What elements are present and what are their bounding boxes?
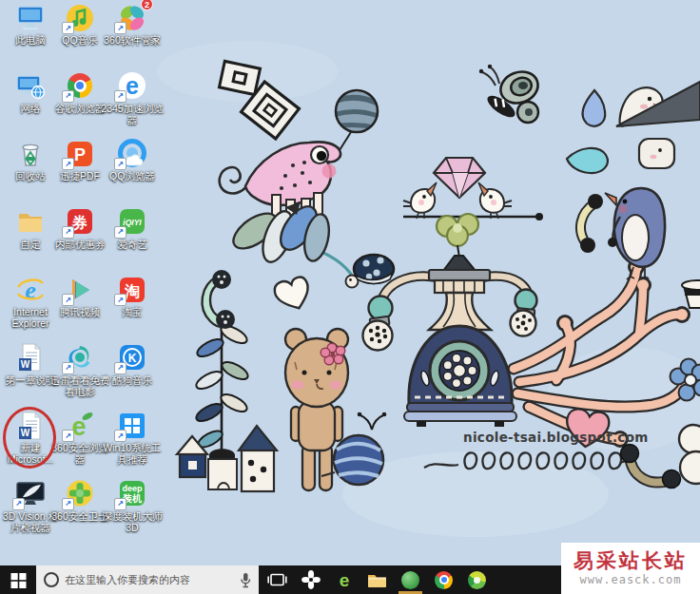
windows-logo-icon	[10, 572, 27, 588]
shortcut-arrow-icon: ↗	[62, 294, 74, 306]
coupon-icon: 券 ↗	[64, 206, 96, 238]
file-explorer-icon	[367, 572, 387, 588]
folder-icon	[14, 206, 47, 238]
pinwheel-browser-button[interactable]	[294, 565, 327, 594]
taobao-icon: 淘 ↗	[116, 274, 148, 305]
windows-desktop-screen: nicole-tsai.blogspot.com 此电脑 ↗ QQ音乐 2	[0, 0, 700, 594]
360-antivirus-icon	[468, 571, 486, 589]
desktop-icon-xunlei-kankan[interactable]: ↗ 迅雷看看免费看电影	[55, 342, 105, 411]
this-pc-icon	[14, 2, 47, 33]
file-explorer-button[interactable]	[360, 565, 394, 594]
360-browser-icon: e ↗	[64, 410, 96, 441]
desktop-icon-360-software-manager[interactable]: 2 ↗ 360软件管家	[105, 2, 160, 70]
shortcut-arrow-icon: ↗	[62, 362, 74, 374]
2345-browser-icon: e ↗	[116, 70, 148, 102]
shortcut-arrow-icon: ↗	[62, 226, 74, 239]
tencent-video-icon: ↗	[64, 274, 96, 305]
shortcut-arrow-icon: ↗	[114, 90, 126, 103]
icon-label: QQ浏览器	[101, 170, 164, 182]
shortcut-arrow-icon: ↗	[62, 22, 74, 34]
iqiyi-icon: iQIYI ↗	[116, 206, 148, 238]
xunlei-kankan-icon: ↗	[64, 342, 96, 374]
chrome-icon: ↗	[64, 70, 96, 102]
taskbar-icons: e	[261, 565, 494, 594]
cortana-circle-icon	[44, 572, 59, 587]
task-view-icon	[267, 572, 287, 587]
task-view-button[interactable]	[261, 565, 294, 594]
taskbar-search[interactable]: 在这里输入你要搜索的内容	[36, 565, 259, 594]
recycle-bin-icon	[14, 138, 47, 169]
360-browser-e-button[interactable]: e	[327, 565, 360, 594]
shortcut-arrow-icon: ↗	[114, 22, 126, 34]
svg-text:e: e	[339, 570, 349, 590]
word-document-icon: W	[14, 342, 47, 374]
green-e-icon: e	[336, 569, 353, 590]
360-software-manager-icon: 2 ↗	[116, 2, 148, 33]
shortcut-arrow-icon: ↗	[114, 294, 126, 306]
svg-text:W: W	[21, 359, 30, 370]
desktop-icon-qq-music[interactable]: ↗ QQ音乐	[55, 2, 105, 70]
microphone-icon[interactable]	[240, 572, 251, 588]
svg-text:K: K	[128, 352, 137, 365]
win10-tools-icon: ↗	[116, 410, 148, 441]
desktop-icon-tencent-video[interactable]: ↗ 腾讯视频	[55, 274, 105, 342]
360-safe-icon: ↗	[64, 478, 96, 509]
pinwheel-icon	[301, 570, 321, 589]
deepin-installer-icon: deep装机 ↗	[116, 478, 148, 509]
desktop-icon-grid: 此电脑 ↗ QQ音乐 2 ↗ 360软件管家	[6, 2, 160, 546]
search-placeholder: 在这里输入你要搜索的内容	[65, 573, 234, 587]
icon-label: 爱奇艺	[101, 239, 164, 250]
shortcut-arrow-icon: ↗	[62, 498, 74, 510]
qq-browser-icon: ↗	[116, 138, 148, 169]
icon-label: 酷狗音乐	[101, 374, 164, 386]
desktop-icon-360-safe[interactable]: ↗ 360安全卫士	[55, 478, 105, 546]
notification-badge: 2	[141, 0, 153, 10]
desktop-icon-kugou-music[interactable]: K ↗ 酷狗音乐	[105, 342, 160, 411]
shortcut-arrow-icon: ↗	[114, 498, 126, 510]
desktop-icon-coupon[interactable]: 券 ↗ 内部优惠券	[55, 206, 105, 275]
word-document-icon: W	[14, 410, 47, 441]
icon-label: 360软件管家	[101, 34, 164, 46]
icon-label: 深度装机大师3D	[101, 510, 164, 534]
shortcut-arrow-icon: ↗	[114, 362, 126, 374]
svg-text:e: e	[126, 72, 139, 99]
3d-vision-viewer-icon: ↗	[14, 478, 47, 509]
icon-label: 淘宝	[101, 306, 164, 317]
chrome-icon	[435, 571, 453, 589]
start-button[interactable]	[0, 565, 36, 594]
network-icon	[14, 70, 47, 102]
qq-music-icon: ↗	[64, 2, 96, 33]
pdf-converter-icon: P ↗	[64, 138, 96, 169]
desktop-icon-win10-tools[interactable]: ↗ Win10系统工具推荐	[105, 410, 160, 478]
svg-text:W: W	[21, 428, 30, 438]
desktop-icon-360-browser[interactable]: e ↗ 360安全浏览器	[55, 410, 105, 478]
marshmallow-doodle	[639, 139, 674, 168]
watermark-url: www.easck.com	[580, 573, 682, 586]
icon-label: 2345加速浏览器	[101, 103, 164, 126]
shortcut-arrow-icon: ↗	[114, 158, 126, 170]
desktop-icon-pdf-converter[interactable]: P ↗ 迅捷PDF	[55, 138, 105, 206]
icon-label: Win10系统工具推荐	[101, 442, 164, 466]
desktop-icon-deepin-installer[interactable]: deep装机 ↗ 深度装机大师3D	[105, 478, 160, 546]
shortcut-arrow-icon: ↗	[114, 430, 126, 442]
desktop-icon-qq-browser[interactable]: ↗ QQ浏览器	[105, 138, 160, 206]
kugou-music-icon: K ↗	[116, 342, 148, 374]
360-antivirus-button[interactable]	[460, 565, 494, 594]
internet-explorer-icon: e	[14, 274, 47, 305]
watermark: 易采站长站 www.easck.com	[561, 543, 700, 594]
desktop-icon-iqiyi[interactable]: iQIYI ↗ 爱奇艺	[105, 206, 160, 275]
shortcut-arrow-icon: ↗	[62, 158, 74, 170]
desktop-icon-2345-browser[interactable]: e ↗ 2345加速浏览器	[105, 70, 160, 139]
desktop-icon-chrome[interactable]: ↗ 谷歌浏览器	[55, 70, 105, 139]
desktop-icon-taobao[interactable]: 淘 ↗ 淘宝	[105, 274, 160, 342]
360-safety-icon	[401, 571, 419, 589]
chrome-button[interactable]	[427, 565, 460, 594]
shortcut-arrow-icon: ↗	[62, 90, 74, 103]
360-safety-button[interactable]	[394, 565, 427, 594]
shortcut-arrow-icon: ↗	[62, 430, 74, 442]
svg-text:P: P	[74, 145, 86, 164]
shortcut-arrow-icon: ↗	[114, 226, 126, 239]
wallpaper-credit: nicole-tsai.blogspot.com	[463, 430, 649, 445]
desktop: nicole-tsai.blogspot.com 此电脑 ↗ QQ音乐 2	[0, 0, 700, 565]
watermark-title: 易采站长站	[574, 550, 688, 570]
